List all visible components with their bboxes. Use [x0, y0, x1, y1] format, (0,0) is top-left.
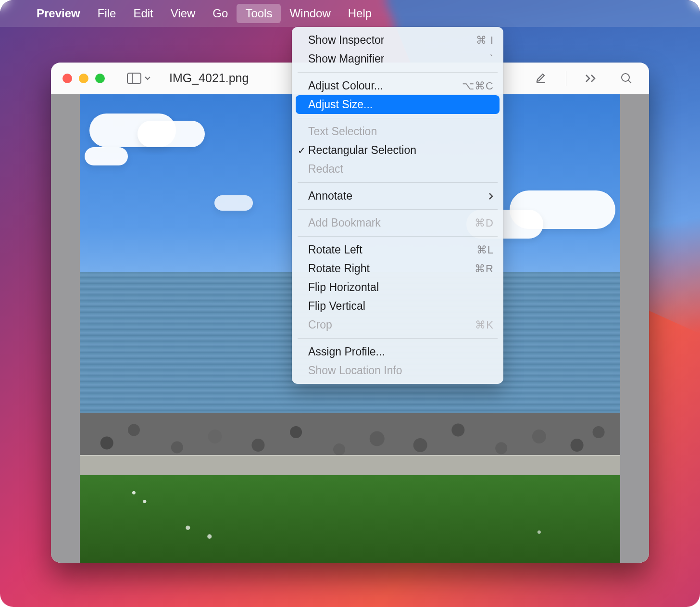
- svg-line-3: [628, 80, 631, 83]
- menu-separator: [298, 182, 498, 183]
- menu-item-redact: Redact: [292, 160, 503, 178]
- menu-item-label: Show Inspector: [308, 34, 476, 47]
- menubar-item-go[interactable]: Go: [204, 4, 237, 23]
- menu-item-rotate-left[interactable]: Rotate Left⌘L: [292, 240, 503, 259]
- menu-item-label: Redact: [308, 163, 494, 176]
- menu-item-label: Show Magnifier: [308, 52, 490, 65]
- search-icon: [620, 72, 633, 85]
- menu-item-label: Assign Profile...: [308, 345, 494, 358]
- menu-item-label: Rectangular Selection: [308, 144, 494, 157]
- menu-item-flip-horizontal[interactable]: Flip Horizontal: [292, 278, 503, 297]
- menu-item-shortcut: ⌘D: [475, 217, 494, 229]
- menu-item-show-inspector[interactable]: Show Inspector⌘ I: [292, 31, 503, 50]
- menu-item-label: Annotate: [308, 190, 488, 202]
- markup-button[interactable]: [529, 69, 552, 88]
- menu-item-text-selection: Text Selection: [292, 122, 503, 141]
- menu-item-shortcut: ⌘R: [475, 263, 494, 275]
- menu-item-show-location-info: Show Location Info: [292, 361, 503, 380]
- menu-item-shortcut: ⌘L: [476, 244, 494, 256]
- menu-separator: [298, 209, 498, 210]
- menu-item-label: Show Location Info: [308, 364, 494, 377]
- search-button[interactable]: [615, 69, 638, 88]
- menubar-item-edit[interactable]: Edit: [125, 4, 162, 23]
- toolbar-overflow-button[interactable]: [580, 71, 602, 86]
- menu-item-crop: Crop⌘K: [292, 316, 503, 334]
- menubar-app-name[interactable]: Preview: [28, 4, 89, 23]
- desktop: Preview File Edit View Go Tools Window H…: [0, 0, 700, 607]
- chevrons-right-icon: [585, 74, 597, 83]
- apple-menu[interactable]: [7, 4, 28, 23]
- menu-item-adjust-colour[interactable]: Adjust Colour...⌥⌘C: [292, 76, 503, 95]
- menubar-item-window[interactable]: Window: [281, 4, 339, 23]
- menu-item-rectangular-selection[interactable]: ✓Rectangular Selection: [292, 141, 503, 160]
- menu-item-shortcut: ⌘ I: [476, 34, 494, 47]
- minimize-button[interactable]: [79, 74, 88, 83]
- chevron-down-icon: [144, 76, 151, 81]
- menu-item-label: Rotate Left: [308, 243, 476, 256]
- menu-item-add-bookmark: Add Bookmark⌘D: [292, 214, 503, 232]
- menu-item-label: Flip Horizontal: [308, 281, 494, 294]
- menu-item-rotate-right[interactable]: Rotate Right⌘R: [292, 259, 503, 278]
- sidebar-toggle-button[interactable]: [122, 70, 156, 87]
- menubar: Preview File Edit View Go Tools Window H…: [0, 0, 700, 27]
- menu-item-adjust-size[interactable]: Adjust Size...: [296, 95, 500, 114]
- menu-item-shortcut: `: [490, 53, 494, 65]
- menu-item-flip-vertical[interactable]: Flip Vertical: [292, 297, 503, 316]
- traffic-lights: [62, 74, 105, 83]
- pencil-icon: [534, 72, 548, 85]
- checkmark-icon: ✓: [298, 145, 306, 156]
- menu-item-label: Adjust Colour...: [308, 79, 462, 92]
- menu-item-shortcut: ⌘K: [475, 319, 494, 331]
- menubar-item-file[interactable]: File: [89, 4, 125, 23]
- window-title: IMG_4021.png: [169, 71, 249, 85]
- close-button[interactable]: [62, 74, 72, 83]
- chevron-right-icon: [488, 192, 494, 201]
- menu-item-annotate[interactable]: Annotate: [292, 187, 503, 205]
- menu-separator: [298, 72, 498, 73]
- menu-item-label: Adjust Size...: [308, 98, 494, 111]
- toolbar-separator: [566, 71, 566, 86]
- menu-item-label: Crop: [308, 318, 475, 331]
- menubar-item-help[interactable]: Help: [339, 4, 380, 23]
- menu-item-label: Rotate Right: [308, 262, 475, 275]
- menu-item-label: Text Selection: [308, 125, 494, 138]
- menu-item-label: Flip Vertical: [308, 300, 494, 313]
- menu-item-label: Add Bookmark: [308, 216, 475, 229]
- menu-item-show-magnifier[interactable]: Show Magnifier`: [292, 50, 503, 68]
- menubar-item-tools[interactable]: Tools: [237, 4, 281, 23]
- svg-rect-0: [127, 73, 141, 84]
- menu-item-shortcut: ⌥⌘C: [462, 80, 494, 92]
- menu-separator: [298, 118, 498, 118]
- svg-point-2: [622, 74, 629, 81]
- zoom-button[interactable]: [95, 74, 105, 83]
- tools-dropdown-menu: Show Inspector⌘ IShow Magnifier`Adjust C…: [292, 27, 503, 384]
- menu-item-assign-profile[interactable]: Assign Profile...: [292, 342, 503, 361]
- menu-separator: [298, 338, 498, 339]
- menubar-item-view[interactable]: View: [162, 4, 204, 23]
- menu-separator: [298, 236, 498, 237]
- sidebar-icon: [127, 73, 141, 84]
